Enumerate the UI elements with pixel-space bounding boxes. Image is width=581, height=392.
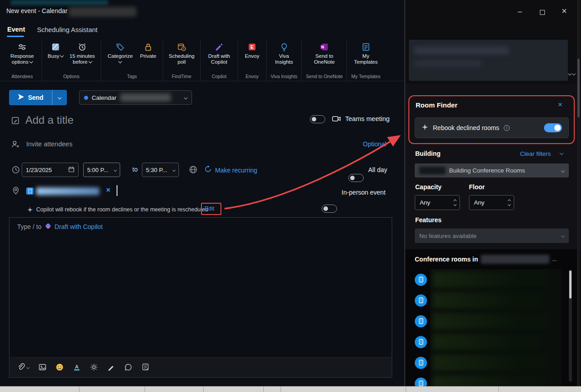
redacted-calendar-account	[120, 93, 171, 102]
room-list-item[interactable]	[415, 311, 564, 331]
all-day-toggle[interactable]	[348, 174, 364, 182]
features-dropdown[interactable]: No features available	[415, 229, 569, 243]
redacted-panel-preview	[409, 40, 568, 81]
in-person-event-label: In-person event	[342, 189, 385, 196]
send-button[interactable]: Send	[9, 90, 67, 105]
ribbon-group-label-options: Options	[63, 72, 80, 81]
categorize-button[interactable]: Categorize	[105, 40, 135, 72]
response-options-button[interactable]: Response options	[7, 40, 37, 72]
calendar-selector[interactable]: Calendar	[79, 90, 192, 105]
start-date-field[interactable]: 1/23/2025	[22, 163, 79, 177]
room-building-icon	[415, 336, 427, 348]
room-building-icon	[415, 294, 427, 307]
room-building-icon	[415, 274, 427, 286]
room-list-item[interactable]	[415, 269, 564, 290]
capacity-stepper[interactable]: Any	[415, 195, 460, 210]
event-title-input[interactable]: Add a title	[25, 114, 74, 126]
panel-scrollbar[interactable]	[577, 0, 580, 386]
conference-rooms-heading-text: Conference rooms in	[415, 256, 478, 263]
send-to-onenote-button[interactable]: N Send to OneNote	[309, 40, 340, 72]
invite-attendees-input[interactable]: Invite attendees	[26, 140, 72, 148]
invite-attendees-icon	[11, 140, 20, 150]
tab-scheduling-assistant[interactable]: Scheduling Assistant	[37, 26, 98, 33]
room-list-item[interactable]	[415, 331, 564, 352]
redacted-room-label	[433, 375, 544, 386]
insert-image-icon[interactable]	[38, 363, 47, 371]
features-label: Features	[415, 216, 441, 224]
draft-with-copilot-label: Draft with Copilot	[206, 53, 232, 65]
private-button[interactable]: Private	[138, 40, 159, 72]
capacity-value: Any	[420, 199, 430, 206]
viva-insights-button[interactable]: Viva Insights	[271, 40, 297, 72]
event-body-editor[interactable]: Type / to Draft with Copilot A	[9, 217, 392, 378]
rebook-declined-rooms-row: Rebook declined rooms i	[415, 117, 569, 138]
end-time-field[interactable]: 5:30 P...	[142, 163, 179, 177]
attach-icon[interactable]	[17, 363, 29, 371]
response-options-label: Response options	[10, 53, 34, 65]
remove-room-button[interactable]: ×	[106, 186, 110, 194]
ribbon: Response options Attendees Busy 15 minut…	[0, 39, 404, 81]
edit-copilot-rebook-button[interactable]: Edit	[205, 205, 215, 212]
comment-icon[interactable]	[124, 363, 132, 371]
reminder-button[interactable]: 15 minutes before	[68, 40, 97, 72]
room-finder-close-button[interactable]: ×	[558, 100, 562, 109]
calendar-selector-label: Calendar	[92, 94, 117, 101]
clear-filters-button[interactable]: Clear filters	[520, 150, 551, 157]
optional-attendees-button[interactable]: Optional	[363, 140, 386, 148]
collapse-chevrons-icon[interactable]	[568, 72, 575, 75]
ribbon-group-envoy: E Envoy Envoy	[238, 40, 267, 81]
start-time-field[interactable]: 5:00 P...	[83, 163, 120, 177]
building-dropdown-value: Building Conference Rooms	[449, 167, 525, 174]
room-list-item[interactable]	[415, 373, 564, 386]
rebook-declined-rooms-toggle[interactable]	[544, 123, 562, 132]
emoji-icon[interactable]	[56, 363, 64, 371]
minimize-button[interactable]: –	[518, 7, 522, 16]
signature-icon[interactable]	[141, 363, 150, 371]
send-to-onenote-label: Send to OneNote	[310, 53, 338, 65]
rebook-info-icon[interactable]: i	[504, 125, 510, 131]
building-dropdown[interactable]: Building Conference Rooms	[415, 163, 569, 177]
ribbon-group-label-my-templates: My Templates	[351, 72, 380, 81]
text-color-icon[interactable]: A	[73, 363, 81, 371]
body-draft-with-copilot-link[interactable]: Draft with Copilot	[55, 223, 103, 230]
all-day-label: All day	[368, 166, 387, 173]
rooms-list-scrollbar[interactable]	[569, 270, 572, 382]
event-title-icon	[11, 116, 20, 127]
calendar-selector-chevron	[184, 96, 187, 99]
close-button[interactable]: ×	[562, 6, 567, 16]
redacted-room-label	[433, 271, 547, 288]
conference-rooms-heading-ellipsis: ...	[552, 256, 557, 262]
floor-stepper[interactable]: Any	[469, 195, 514, 210]
draft-with-copilot-button[interactable]: Draft with Copilot	[205, 40, 234, 72]
room-list-item[interactable]	[415, 290, 564, 311]
event-compose-window: New event - Calendar Event Scheduling As…	[0, 0, 404, 386]
start-time-value: 5:00 P...	[87, 167, 108, 173]
room-chip-building-icon	[26, 187, 33, 195]
date-picker-icon[interactable]	[68, 166, 75, 174]
onenote-icon: N	[320, 42, 329, 51]
send-label: Send	[28, 94, 43, 101]
send-options-chevron[interactable]	[52, 90, 67, 105]
teams-meeting-toggle[interactable]	[310, 115, 325, 123]
draw-pen-icon[interactable]	[107, 363, 115, 371]
ribbon-group-label-attendees: Attendees	[11, 72, 33, 81]
in-person-event-toggle[interactable]	[322, 205, 337, 213]
brightness-icon[interactable]	[90, 363, 98, 371]
maximize-button[interactable]	[540, 10, 545, 15]
my-templates-button[interactable]: My Templates	[352, 40, 380, 72]
copilot-pen-icon	[215, 42, 224, 51]
timezone-globe-icon[interactable]	[188, 165, 198, 176]
envoy-button[interactable]: E Envoy	[242, 40, 262, 72]
location-room-chip[interactable]	[26, 185, 107, 197]
start-date-value: 1/23/2025	[26, 167, 52, 173]
scheduling-poll-button[interactable]: Scheduling poll	[167, 40, 196, 72]
ribbon-group-copilot: Draft with Copilot Copilot	[201, 40, 238, 81]
private-label: Private	[140, 53, 156, 59]
tab-event[interactable]: Event	[7, 26, 25, 33]
make-recurring-button[interactable]: Make recurring	[204, 165, 257, 175]
redacted-room-label	[433, 355, 546, 371]
time-clock-icon	[11, 165, 20, 176]
busy-button[interactable]: Busy	[46, 40, 65, 72]
ribbon-group-label-tags: Tags	[127, 72, 137, 81]
room-list-item[interactable]	[415, 352, 564, 373]
